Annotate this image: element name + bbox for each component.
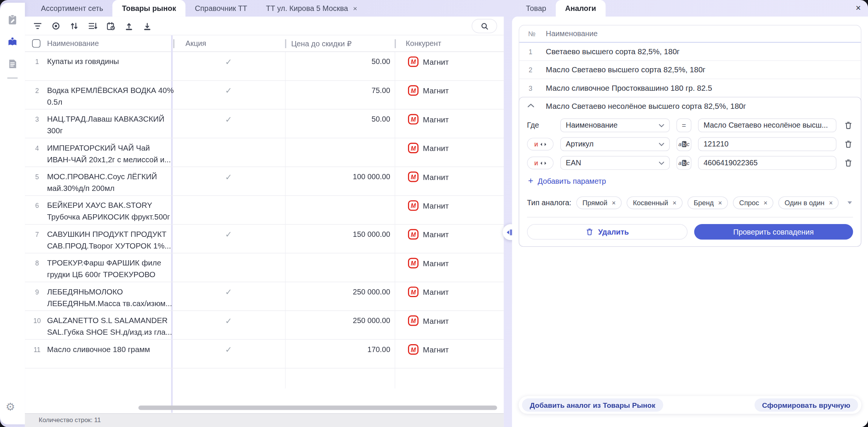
chip-close-icon[interactable]: × [612, 199, 616, 207]
catalog-book-icon[interactable] [7, 36, 18, 48]
plus-icon: + [528, 177, 533, 186]
col-header-price[interactable]: Цена до скидки ₽ [291, 39, 351, 48]
swap-arrows-icon [540, 161, 546, 165]
analog-row[interactable]: 3 Масло сливочное Простоквашино 180 гр. … [519, 79, 861, 97]
col-header-name[interactable]: Наименование [47, 39, 99, 47]
col-header-competitor[interactable]: Конкурент [406, 39, 441, 47]
analog-expanded: Масло Светаево несолёное высшего сорта 8… [519, 97, 862, 247]
table-toolbar [25, 17, 504, 35]
and-operator-pill[interactable]: и [527, 157, 554, 169]
analog-expanded-header[interactable]: Масло Светаево несолёное высшего сорта 8… [519, 98, 861, 115]
table-row[interactable]: 11Масло сливочное 180 грамм✓170.00 ММагн… [25, 340, 504, 368]
col-header-promo[interactable]: Акция [185, 39, 206, 47]
trash-icon[interactable] [843, 140, 853, 148]
app-window: ⚙ Ассортимент сеть Товары рынок Справочн… [0, 0, 868, 427]
table-header: Наименование Акция Цена до скидки ₽ Конк… [25, 35, 504, 52]
filter-value-input[interactable] [698, 137, 836, 151]
filter-value-input[interactable] [698, 156, 836, 170]
status-bar: Количество строк: 11 [25, 413, 504, 427]
column-divider [395, 39, 396, 48]
editor-buttons: Удалить Проверить совпадения [527, 224, 853, 239]
trash-icon[interactable] [843, 121, 853, 130]
chip-close-icon[interactable]: × [829, 199, 833, 207]
trash-icon[interactable] [843, 159, 853, 167]
table-row[interactable]: 6БЕЙКЕРИ ХАУС BAK.STORY Трубочка АБРИКОС… [25, 196, 504, 224]
left-tabbar: Ассортимент сеть Товары рынок Справочник… [25, 0, 367, 17]
tab-tovar[interactable]: Товар [517, 0, 556, 17]
table-row[interactable]: 1Купаты из говядины✓50.00 ММагнит [25, 52, 504, 81]
search-button[interactable] [472, 19, 497, 33]
analogs-panel: № Наименование 1 Светаево высшего сорта … [512, 17, 868, 427]
upload-icon[interactable] [124, 21, 134, 30]
magnit-logo: М [408, 316, 419, 326]
operator-text-button[interactable]: abc [677, 156, 692, 170]
table-row[interactable]: 4ИМПЕРАТОРСКИЙ ЧАЙ Чай ИВАН-ЧАЙ 20х1,2г … [25, 138, 504, 167]
chip-pryamoy[interactable]: Прямой× [576, 197, 622, 209]
magnit-logo: М [408, 85, 419, 96]
and-operator-pill[interactable]: и [527, 138, 554, 151]
table-row[interactable]: 3НАЦ.ТРАД.Лаваш КАВКАЗСКИЙ 300г✓50.00 ММ… [25, 110, 504, 138]
stage: ⚙ Ассортимент сеть Товары рынок Справочн… [0, 0, 868, 427]
right-tabbar: Товар Аналоги [512, 0, 605, 17]
table-row[interactable]: 5МОС.ПРОВАНС.Соус ЛЁГКИЙ май.30%д/п 200м… [25, 167, 504, 196]
filter-prefix-label: Где [527, 121, 554, 130]
swap-arrows-icon [540, 142, 546, 146]
field-select[interactable]: EAN [560, 156, 670, 170]
abc-icon: abc [679, 141, 690, 147]
panel-close-icon[interactable]: × [856, 3, 861, 13]
chip-odin-v-odin[interactable]: Один в один× [778, 197, 839, 209]
chip-close-icon[interactable]: × [718, 199, 722, 207]
tab-tovary-rynok[interactable]: Товары рынок [113, 0, 186, 17]
analog-row[interactable]: 2 Масло Светаево высшего сорта 82,5%, 18… [519, 61, 861, 79]
settings-gear-icon[interactable]: ⚙ [6, 402, 15, 412]
add-parameter-link[interactable]: + Добавить параметр [528, 177, 853, 186]
add-analog-from-market-button[interactable]: Добавить аналог из Товары Рынок [522, 398, 663, 412]
promo-check-icon: ✓ [172, 345, 285, 354]
promo-check-icon: ✓ [172, 57, 285, 67]
field-select[interactable]: Артикул [560, 137, 670, 151]
operator-equals-button[interactable]: = [677, 118, 692, 132]
row-density-icon[interactable] [87, 21, 97, 30]
dropdown-caret-icon[interactable] [848, 201, 852, 204]
chip-kosvenny[interactable]: Косвенный× [627, 197, 683, 209]
filter-value-input[interactable] [698, 118, 836, 132]
filter-icon[interactable] [33, 21, 43, 30]
calendar-clock-icon[interactable] [106, 21, 116, 30]
analog-row[interactable]: 1 Светаево высшего сорта 82,5%, 180г [519, 43, 861, 61]
table-row[interactable]: 7САВУШКИН ПРОДУКТ ПРОДУКТ САВ.ПРОД.Творо… [25, 225, 504, 253]
analogs-header: № Наименование [519, 26, 861, 43]
operator-text-button[interactable]: abc [677, 137, 692, 151]
chip-close-icon[interactable]: × [672, 199, 676, 207]
table-row[interactable]: 9ЛЕБЕДЯНЬМОЛОКО ЛЕБЕДЯНЬМ.Масса тв.сах/и… [25, 282, 504, 311]
download-icon[interactable] [142, 21, 152, 30]
chip-close-icon[interactable]: × [764, 199, 767, 207]
chevron-down-icon [659, 142, 665, 146]
select-all-checkbox[interactable] [32, 39, 40, 47]
document-icon[interactable] [7, 58, 18, 70]
filter-row: и EAN abc [527, 156, 853, 170]
rail-divider [7, 78, 18, 79]
editor-divider [527, 217, 853, 217]
chip-spros[interactable]: Спрос× [733, 197, 773, 209]
tab-tt-kirova[interactable]: ТТ ул. Кирова 5 Москва× [257, 0, 367, 17]
chip-brend[interactable]: Бренд× [688, 197, 728, 209]
table-row[interactable]: 2Водка КРЕМЛЁВСКАЯ ВОДКА 40% 0.5л✓75.00 … [25, 81, 504, 110]
analogs-footer: Добавить аналог из Товары Рынок Сформиро… [519, 396, 862, 414]
table-row[interactable]: 10GALZANETTO S.L SALAMANDER SAL.Губка SH… [25, 311, 504, 340]
horizontal-scrollbar[interactable] [138, 406, 497, 410]
tab-assortiment-set[interactable]: Ассортимент сеть [32, 0, 113, 17]
delete-button[interactable]: Удалить [527, 224, 687, 239]
field-select[interactable]: Наименование [560, 118, 670, 132]
magnit-logo: М [408, 287, 419, 297]
target-icon[interactable] [51, 21, 61, 30]
tab-spravochnik-tt[interactable]: Справочник ТТ [185, 0, 257, 17]
table-body: 1Купаты из говядины✓50.00 ММагнит 2Водка… [25, 52, 504, 400]
create-manually-button[interactable]: Сформировать вручную [754, 398, 858, 412]
chevron-up-icon[interactable] [527, 104, 534, 107]
tab-analogi[interactable]: Аналоги [556, 0, 605, 17]
table-row[interactable]: 8ТРОЕКУР.Фарш ФАРШИК филе грудки ЦБ 600г… [25, 253, 504, 282]
check-matches-button[interactable]: Проверить совпадения [694, 224, 853, 239]
sort-icon[interactable] [69, 21, 79, 30]
clipboard-edit-icon[interactable] [7, 14, 18, 26]
tab-close-icon[interactable]: × [353, 4, 357, 12]
